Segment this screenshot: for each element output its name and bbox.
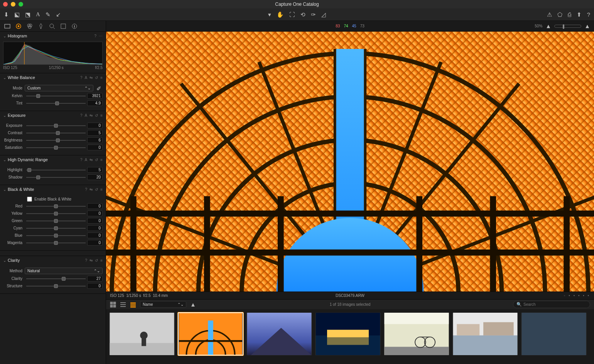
shadow-value[interactable]: 20	[87, 174, 103, 180]
yellow-value[interactable]: 0	[87, 211, 103, 216]
tab-exposure-icon[interactable]	[37, 23, 44, 30]
help-icon[interactable]: ?	[85, 258, 88, 263]
pan-icon[interactable]: ✋	[277, 11, 284, 18]
tab-color-icon[interactable]	[26, 23, 33, 30]
blue-slider[interactable]	[26, 235, 86, 236]
tab-library-icon[interactable]	[4, 23, 11, 30]
import-icon[interactable]: ⬇	[4, 11, 9, 18]
menu-icon[interactable]: ≡	[100, 113, 103, 118]
panel-header-exposure[interactable]: ⌄ Exposure ? A ⇆ ↺ ≡	[0, 111, 106, 120]
crop-icon[interactable]: ⛶	[289, 11, 295, 18]
reset-icon[interactable]: ↺	[95, 158, 98, 162]
auto-icon[interactable]: A	[84, 76, 87, 80]
rotate-icon[interactable]: ⟲	[300, 11, 305, 18]
export-icon[interactable]: ⬆	[577, 11, 582, 18]
exposure-slider[interactable]	[26, 125, 86, 126]
print-icon[interactable]: ⎙	[568, 11, 571, 18]
clarity-value[interactable]: 27	[87, 276, 103, 281]
reset-icon[interactable]: ↺	[95, 113, 98, 118]
structure-slider[interactable]	[26, 286, 86, 286]
help-icon[interactable]: ?	[94, 34, 96, 38]
copy-icon[interactable]: ⇆	[89, 187, 93, 192]
tab-lens-icon[interactable]	[15, 23, 22, 30]
warnings-icon[interactable]: ⚠	[547, 11, 552, 18]
image-canvas[interactable]	[106, 32, 594, 292]
thumbnail[interactable]	[315, 312, 381, 356]
kelvin-slider[interactable]	[26, 96, 86, 96]
clarity-slider[interactable]	[26, 278, 86, 279]
menu-icon[interactable]: ≡	[100, 187, 103, 192]
brush-icon[interactable]: ✎	[46, 11, 51, 18]
tab-adjust-icon[interactable]	[60, 23, 67, 30]
mask-icon[interactable]: ◿	[321, 11, 326, 18]
tag-icon[interactable]: ⬠	[557, 11, 562, 18]
structure-value[interactable]: 0	[87, 283, 103, 289]
annotate-icon[interactable]: A	[36, 11, 40, 18]
kelvin-value[interactable]: 3921	[87, 93, 103, 99]
menu-icon[interactable]: ⋯	[99, 34, 103, 38]
minimize-button[interactable]	[11, 2, 15, 7]
sort-dropdown[interactable]: Name⌃⌄	[140, 301, 186, 308]
zoom-button[interactable]	[19, 2, 23, 7]
help-icon[interactable]: ?	[85, 187, 88, 192]
help-icon[interactable]: ?	[587, 11, 590, 18]
zoom-percent[interactable]: 50%	[535, 24, 542, 28]
tab-metadata-icon[interactable]: i	[71, 23, 78, 30]
cyan-value[interactable]: 0	[87, 225, 103, 231]
contrast-value[interactable]: 5	[87, 130, 103, 136]
picker-icon[interactable]: ✑	[311, 11, 316, 18]
panel-header-clarity[interactable]: ⌄ Clarity ? ⇆ ↺ ≡	[0, 256, 106, 265]
highlight-slider[interactable]	[26, 170, 86, 170]
filmstrip[interactable]	[106, 309, 594, 364]
blue-value[interactable]: 0	[87, 233, 103, 238]
exposure-value[interactable]: 0	[87, 123, 103, 128]
panel-header-bw[interactable]: ⌄ Black & White ? ⇆ ↺ ≡	[0, 185, 106, 194]
reset-icon[interactable]: ↺	[95, 76, 98, 80]
magenta-value[interactable]: 0	[87, 240, 103, 246]
browser-right-icon[interactable]: ⬔	[25, 11, 30, 18]
enable-bw-checkbox[interactable]	[27, 197, 32, 202]
tab-detail-icon[interactable]	[49, 23, 56, 30]
saturation-value[interactable]: 0	[87, 145, 103, 150]
cursor-icon[interactable]: ▾	[268, 11, 271, 18]
menu-icon[interactable]: ≡	[100, 258, 103, 263]
wb-mode-dropdown[interactable]: Custom⌃⌄	[25, 85, 93, 91]
panel-header-wb[interactable]: ⌄ White Balance ? A ⇆ ↺ ≡	[0, 73, 106, 82]
reset-icon[interactable]: ↺	[95, 258, 98, 263]
tint-slider[interactable]	[26, 103, 86, 104]
copy-icon[interactable]: ⇆	[89, 113, 93, 118]
red-slider[interactable]	[26, 206, 86, 207]
menu-icon[interactable]: ≡	[100, 76, 103, 80]
thumbnail[interactable]	[109, 312, 175, 356]
thumbnail[interactable]	[521, 312, 587, 356]
search-box[interactable]: 🔍	[513, 301, 590, 308]
help-icon[interactable]: ?	[80, 76, 83, 80]
copy-icon[interactable]: ⇆	[89, 158, 93, 162]
cyan-slider[interactable]	[26, 228, 86, 229]
green-value[interactable]: 0	[87, 218, 103, 224]
panel-header-hdr[interactable]: ⌄ High Dynamic Range ? A ⇆ ↺ ≡	[0, 155, 106, 164]
tint-value[interactable]: 4.9	[87, 100, 103, 106]
method-dropdown[interactable]: Natural⌃⌄	[25, 268, 103, 274]
panel-header-histogram[interactable]: ⌄ Histogram ?⋯	[0, 32, 106, 40]
thumbnail[interactable]	[384, 312, 449, 356]
yellow-slider[interactable]	[26, 213, 86, 214]
person-left-icon[interactable]: ▲	[545, 23, 551, 29]
brightness-value[interactable]: 6	[87, 137, 103, 143]
browser-left-icon[interactable]: ⬕	[14, 11, 20, 18]
shadow-slider[interactable]	[26, 177, 86, 178]
search-input[interactable]	[523, 302, 587, 307]
magenta-slider[interactable]	[26, 243, 86, 243]
close-button[interactable]	[3, 2, 8, 7]
saturation-slider[interactable]	[26, 147, 86, 148]
thumbnail[interactable]	[452, 312, 518, 356]
auto-icon[interactable]: A	[84, 113, 87, 118]
menu-icon[interactable]: ≡	[100, 158, 103, 162]
copy-icon[interactable]: ⇆	[89, 76, 93, 80]
sort-dir-icon[interactable]: ▲	[190, 301, 196, 308]
person-right-icon[interactable]: ▲	[584, 23, 590, 29]
reset-icon[interactable]: ↺	[95, 187, 98, 192]
zoom-slider[interactable]	[554, 25, 581, 28]
color-tag-dots[interactable]: ▫ • • • • •	[564, 293, 590, 298]
brightness-slider[interactable]	[26, 140, 86, 141]
